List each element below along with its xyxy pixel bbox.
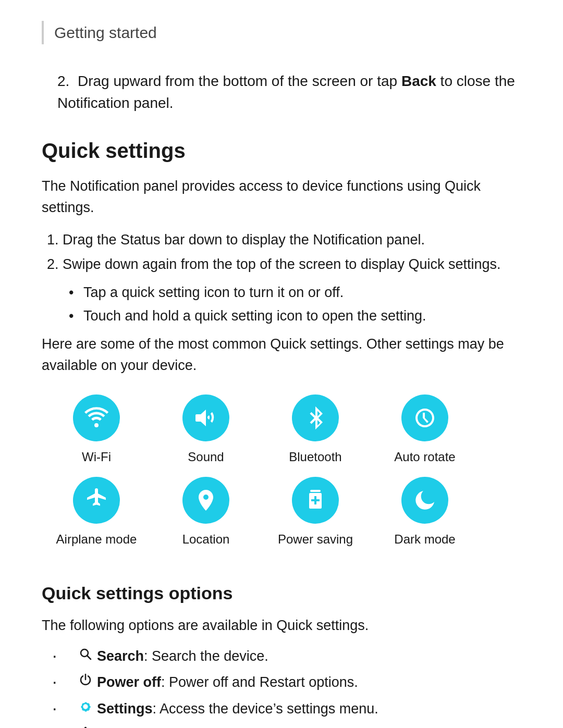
powersaving-icon-circle — [292, 477, 339, 524]
settings-icon — [78, 699, 93, 714]
qs-options-title: Quick settings options — [42, 580, 521, 607]
svg-line-2 — [88, 656, 91, 659]
qs-label-powersaving: Power saving — [278, 530, 353, 549]
quick-settings-steps: Drag the Status bar down to display the … — [63, 229, 521, 275]
qs-label-wifi: Wi-Fi — [82, 448, 111, 466]
wifi-icon-circle — [73, 394, 120, 441]
qs-label-bluetooth: Bluetooth — [289, 448, 341, 466]
option-poweroff-bold: Power off — [97, 674, 161, 690]
option-settings-text: : Access the device’s settings menu. — [153, 701, 378, 717]
qs-label-airplane: Airplane mode — [56, 530, 137, 549]
qs-step-1: Drag the Status bar down to display the … — [63, 229, 521, 251]
qs-bullet-1: Tap a quick setting icon to turn it on o… — [83, 282, 521, 303]
qs-item-wifi: Wi-Fi — [42, 394, 151, 466]
qs-row-2: Airplane mode Location Power saving — [42, 477, 521, 554]
here-text: Here are some of the most common Quick s… — [42, 334, 521, 376]
quick-settings-description: The Notification panel provides access t… — [42, 176, 521, 218]
qs-item-airplane: Airplane mode — [42, 477, 151, 549]
sound-icon — [193, 405, 218, 430]
autorotate-icon — [412, 405, 437, 430]
page-header: Getting started — [42, 21, 521, 44]
option-poweroff-text: : Power off and Restart options. — [161, 674, 358, 690]
option-search-text: : Search the device. — [144, 648, 268, 664]
location-icon — [193, 488, 218, 513]
bluetooth-icon — [303, 405, 328, 430]
option-search-bold: Search — [97, 648, 144, 664]
header-title: Getting started — [54, 24, 157, 41]
qs-label-darkmode: Dark mode — [394, 530, 455, 549]
qs-item-darkmode: Dark mode — [370, 477, 480, 549]
qs-item-powersaving: Power saving — [261, 477, 370, 549]
qs-bullets: Tap a quick setting icon to turn it on o… — [83, 282, 521, 326]
powersaving-icon — [303, 488, 328, 513]
option-settings: Settings: Access the device’s settings m… — [52, 698, 521, 720]
option-power-off: Power off: Power off and Restart options… — [52, 672, 521, 693]
qs-item-location: Location — [151, 477, 261, 549]
qs-item-autorotate: Auto rotate — [370, 394, 480, 466]
option-search: Search: Search the device. — [52, 646, 521, 667]
autorotate-icon-circle — [401, 394, 448, 441]
quick-settings-icons-grid: Wi-Fi Sound Bluetooth — [42, 394, 521, 559]
sound-icon-circle — [182, 394, 229, 441]
search-icon — [78, 647, 93, 661]
wifi-icon — [84, 405, 109, 430]
darkmode-icon-circle — [401, 477, 448, 524]
step2-back-bold: Back — [401, 73, 436, 89]
airplane-icon — [84, 488, 109, 513]
location-icon-circle — [182, 477, 229, 524]
darkmode-icon — [412, 488, 437, 513]
qs-item-sound: Sound — [151, 394, 261, 466]
power-off-icon — [78, 673, 93, 687]
qs-label-autorotate: Auto rotate — [394, 448, 455, 466]
qs-options-description: The following options are available in Q… — [42, 615, 521, 636]
qs-label-location: Location — [182, 530, 230, 549]
step2-paragraph: 2. Drag upward from the bottom of the sc… — [57, 70, 521, 114]
qs-row-1: Wi-Fi Sound Bluetooth — [42, 394, 521, 472]
option-settings-bold: Settings — [97, 701, 153, 717]
quick-settings-title: Quick settings — [42, 135, 521, 166]
qs-bullet-2: Touch and hold a quick setting icon to o… — [83, 305, 521, 327]
svg-rect-0 — [310, 490, 321, 492]
bluetooth-icon-circle — [292, 394, 339, 441]
step2-text: 2. Drag upward from the bottom of the sc… — [42, 70, 521, 114]
qs-item-bluetooth: Bluetooth — [261, 394, 370, 466]
more-options-icon — [78, 725, 93, 728]
qs-options-list: Search: Search the device. Power off: Po… — [52, 646, 521, 729]
option-more: More options: Reorder Quick settings or … — [52, 724, 521, 728]
qs-step-2: Swipe down again from the top of the scr… — [63, 254, 521, 275]
airplane-icon-circle — [73, 477, 120, 524]
qs-label-sound: Sound — [188, 448, 224, 466]
step2-prefix: Drag upward from the bottom of the scree… — [78, 73, 401, 89]
